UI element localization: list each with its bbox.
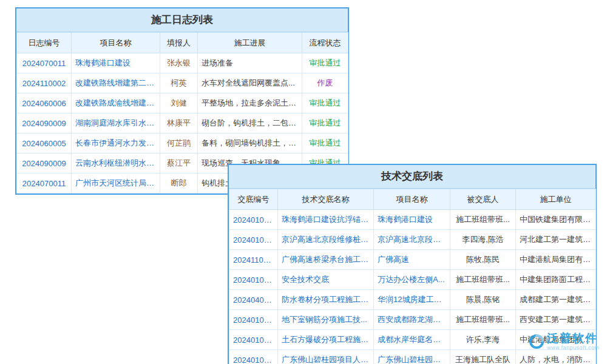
- log-row: 2024060005 长春市伊通河水力发电厂... 何芷鹃 备料，砌间墙钩机排土…: [17, 133, 348, 153]
- reporter-name: 张永银: [160, 53, 198, 73]
- log-header-row: 日志编号 项目名称 填报人 施工进展 流程状态: [17, 33, 348, 53]
- project-link[interactable]: 珠海鹤港口建设: [72, 53, 160, 73]
- logo-brand-text: 泛普软件: [547, 332, 600, 345]
- construction-unit: 西安建工第一建筑有...: [516, 310, 596, 330]
- project-link[interactable]: 华润12城房建工程...: [374, 290, 450, 310]
- progress-text: 平整场地，拉走多余泥土15...: [198, 93, 302, 113]
- col-status: 流程状态: [302, 33, 348, 53]
- reporter-name: 断郎: [160, 174, 198, 194]
- construction-unit: 中建港航局集团有限...: [516, 250, 596, 270]
- construction-unit: 河北建工第一建筑有...: [516, 230, 596, 250]
- disclosed-person: 王海施工队全队: [450, 350, 516, 364]
- log-id-link[interactable]: 2024060005: [17, 133, 72, 153]
- status-badge: 审批通过: [302, 93, 348, 113]
- log-id-link[interactable]: 2024090009: [17, 113, 72, 133]
- progress-text: 备料，砌间墙钩机排土，瓦...: [198, 133, 302, 153]
- disclosure-name-link[interactable]: 京沪高速北京段维修桩辅...: [278, 230, 374, 250]
- disclosure-name-link[interactable]: 地下室钢筋分项施工技...: [278, 310, 374, 330]
- col-disclosed-person: 被交底人: [450, 189, 516, 210]
- disclosure-id-link[interactable]: 2024110001: [229, 250, 278, 270]
- disclosure-id-link[interactable]: 2024010004: [229, 230, 278, 250]
- project-link[interactable]: 改建铁路成渝线增建第二...: [72, 93, 160, 113]
- disclosure-row: 2024010003 珠海鹤港口建设抗浮锚杆... 珠海鹤港口建设 施工班组带班…: [229, 210, 596, 230]
- disclosure-header-row: 交底编号 技术交底名称 项目名称 被交底人 施工单位: [229, 189, 596, 210]
- disclosure-id-link[interactable]: 2024010001: [229, 350, 278, 364]
- construction-unit: 成都建工第一建筑有...: [516, 290, 596, 310]
- log-row: 2024110002 改建铁路线增建第二线直... 柯英 水车对全线遮阳网覆盖点…: [17, 73, 348, 93]
- log-id-link[interactable]: 2024060006: [17, 93, 72, 113]
- status-badge: 审批通过: [302, 53, 348, 73]
- project-link[interactable]: 广州市天河区统计局机房...: [72, 174, 160, 194]
- col-log-id: 日志编号: [17, 33, 72, 53]
- col-construction-unit: 施工单位: [516, 189, 596, 210]
- disclosure-row: 2024040001 防水卷材分项工程施工技... 华润12城房建工程... 陈…: [229, 290, 596, 310]
- status-badge: 审批通过: [302, 113, 348, 133]
- log-id-link[interactable]: 2024070011: [17, 53, 72, 73]
- disclosed-person: 施工班组带班...: [450, 210, 516, 230]
- project-link[interactable]: 成都水岸华庭名苑...: [374, 330, 450, 350]
- project-link[interactable]: 珠海鹤港口建设: [374, 210, 450, 230]
- disclosure-id-link[interactable]: 2024040001: [229, 290, 278, 310]
- fanpu-logo-icon: [528, 333, 545, 350]
- log-id-link[interactable]: 2024090009: [17, 153, 72, 174]
- col-progress: 施工进展: [198, 33, 302, 53]
- disclosed-person: 施工班组带班...: [450, 310, 516, 330]
- disclosure-id-link[interactable]: 2024010003: [229, 270, 278, 290]
- fanpu-logo: 泛普软件 www.fanpusoft.com: [528, 332, 600, 351]
- reporter-name: 刘健: [160, 93, 198, 113]
- project-link[interactable]: 广佛高速: [374, 250, 450, 270]
- log-row: 2024060006 改建铁路成渝线增建第二... 刘健 平整场地，拉走多余泥土…: [17, 93, 348, 113]
- project-link[interactable]: 改建铁路线增建第二线直...: [72, 73, 160, 93]
- log-id-link[interactable]: 2024110002: [17, 73, 72, 93]
- construction-log-title: 施工日志列表: [16, 8, 348, 32]
- disclosure-name-link[interactable]: 防水卷材分项工程施工技...: [278, 290, 374, 310]
- project-link[interactable]: 广东佛山碧桂园项目: [374, 350, 450, 364]
- disclosure-id-link[interactable]: 2024010002: [229, 330, 278, 350]
- construction-unit: 人防，水电，消防项目...: [516, 350, 596, 364]
- disclosed-person: 施工班组带班...: [450, 270, 516, 290]
- col-disclosure-id: 交底编号: [229, 189, 278, 210]
- col-reporter: 填报人: [160, 33, 198, 53]
- disclosure-id-link[interactable]: 2024010002: [229, 310, 278, 330]
- project-link[interactable]: 云南水利枢纽潜明水库一...: [72, 153, 160, 174]
- col-project-name: 项目名称: [374, 189, 450, 210]
- project-link[interactable]: 湖南洞庭湖水库引水工程...: [72, 113, 160, 133]
- disclosed-person: 陈牧,陈民: [450, 250, 516, 270]
- page: 施工日志列表 日志编号 项目名称 填报人 施工进展 流程状态 202407001…: [0, 0, 607, 364]
- status-badge: 作废: [302, 73, 348, 93]
- reporter-name: 何芷鹃: [160, 133, 198, 153]
- progress-text: 砌台阶，钩机排土，二包砌...: [198, 113, 302, 133]
- reporter-name: 柯英: [160, 73, 198, 93]
- reporter-name: 蔡江平: [160, 153, 198, 174]
- reporter-name: 林康平: [160, 113, 198, 133]
- disclosure-row: 2024010003 安全技术交底 万达办公楼左侧A... 施工班组带班... …: [229, 270, 596, 290]
- disclosed-person: 陈晨,陈铭: [450, 290, 516, 310]
- disclosure-row: 2024010004 京沪高速北京段维修桩辅... 京沪高速北京段维修 李四海,…: [229, 230, 596, 250]
- disclosed-person: 许乐,李海: [450, 330, 516, 350]
- progress-text: 水车对全线遮阳网覆盖点...: [198, 73, 302, 93]
- disclosure-row: 2024010001 广东佛山碧桂园项目人防... 广东佛山碧桂园项目 王海施工…: [229, 350, 596, 364]
- disclosed-person: 李四海,陈浩: [450, 230, 516, 250]
- logo-url-text: www.fanpusoft.com: [547, 345, 600, 351]
- construction-unit: 中国铁建集团有限公司: [516, 210, 596, 230]
- disclosure-row: 2024010002 地下室钢筋分项施工技... 西安成都路龙湖上... 施工班…: [229, 310, 596, 330]
- tech-disclosure-title: 技术交底列表: [229, 165, 595, 189]
- disclosure-name-link[interactable]: 安全技术交底: [278, 270, 374, 290]
- logo-text-block: 泛普软件 www.fanpusoft.com: [547, 332, 600, 351]
- col-project-name: 项目名称: [72, 33, 160, 53]
- log-row: 2024090009 湖南洞庭湖水库引水工程... 林康平 砌台阶，钩机排土，二…: [17, 113, 348, 133]
- project-link[interactable]: 长春市伊通河水力发电厂...: [72, 133, 160, 153]
- project-link[interactable]: 万达办公楼左侧A...: [374, 270, 450, 290]
- log-id-link[interactable]: 2024070011: [17, 174, 72, 194]
- disclosure-name-link[interactable]: 珠海鹤港口建设抗浮锚杆...: [278, 210, 374, 230]
- log-row: 2024070011 珠海鹤港口建设 张永银 进场准备 审批通过: [17, 53, 348, 73]
- disclosure-name-link[interactable]: 广佛高速桥梁承台施工技...: [278, 250, 374, 270]
- progress-text: 进场准备: [198, 53, 302, 73]
- project-link[interactable]: 西安成都路龙湖上...: [374, 310, 450, 330]
- disclosure-id-link[interactable]: 2024010003: [229, 210, 278, 230]
- project-link[interactable]: 京沪高速北京段维修: [374, 230, 450, 250]
- disclosure-row: 2024110001 广佛高速桥梁承台施工技... 广佛高速 陈牧,陈民 中建港…: [229, 250, 596, 270]
- disclosure-name-link[interactable]: 广东佛山碧桂园项目人防...: [278, 350, 374, 364]
- disclosure-name-link[interactable]: 土石方爆破分项工程施工...: [278, 330, 374, 350]
- col-disclosure-name: 技术交底名称: [278, 189, 374, 210]
